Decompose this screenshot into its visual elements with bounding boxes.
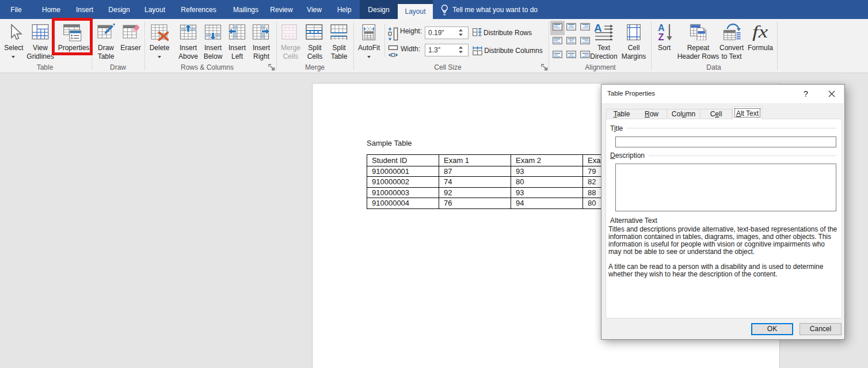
svg-text:A: A [594, 23, 602, 34]
svg-text:fx: fx [752, 24, 768, 41]
svg-text:A: A [658, 23, 665, 33]
svg-text:Z: Z [658, 32, 664, 41]
